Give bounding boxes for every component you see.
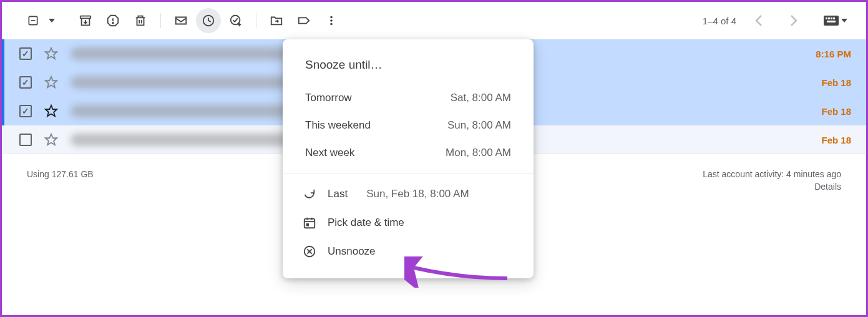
storage-text: Using 127.61 GB [27, 169, 94, 192]
snooze-last[interactable]: Last Sun, Feb 18, 8:00 AM [283, 180, 534, 208]
row-checkbox[interactable] [19, 47, 32, 60]
svg-point-4 [112, 22, 114, 24]
svg-rect-20 [306, 224, 308, 226]
snooze-option-label: This weekend [305, 119, 371, 132]
snooze-last-time: Sun, Feb 18, 8:00 AM [366, 188, 469, 200]
row-checkbox[interactable] [19, 105, 32, 117]
svg-point-9 [330, 23, 333, 26]
move-to-button[interactable] [264, 8, 289, 33]
svg-rect-15 [827, 21, 836, 22]
archive-button[interactable] [73, 8, 98, 33]
star-icon[interactable] [44, 76, 58, 89]
snooze-pick-datetime[interactable]: Pick date & time [283, 208, 534, 237]
snooze-option-nextweek[interactable]: Next week Mon, 8:00 AM [283, 139, 534, 167]
svg-point-7 [330, 16, 333, 19]
snooze-pick-label: Pick date & time [328, 217, 404, 229]
report-spam-button[interactable] [100, 8, 125, 33]
cancel-icon [303, 245, 316, 258]
svg-rect-1 [31, 20, 36, 21]
svg-rect-14 [833, 17, 835, 19]
snooze-option-label: Tomorrow [305, 92, 352, 104]
add-to-tasks-button[interactable] [223, 8, 248, 33]
snooze-popup: Snooze until… Tomorrow Sat, 8:00 AM This… [283, 39, 534, 278]
row-time: Feb 18 [807, 77, 851, 88]
row-time: Feb 18 [807, 135, 851, 145]
snooze-option-label: Next week [305, 147, 354, 159]
snooze-option-tomorrow[interactable]: Tomorrow Sat, 8:00 AM [283, 84, 534, 112]
snooze-unsnooze[interactable]: Unsnooze [283, 237, 534, 266]
snooze-option-weekend[interactable]: This weekend Sun, 8:00 AM [283, 112, 534, 139]
activity-text: Last account activity: 4 minutes ago [703, 169, 841, 179]
mark-unread-button[interactable] [168, 8, 193, 33]
snooze-title: Snooze until… [283, 52, 534, 84]
separator [256, 13, 256, 28]
snooze-option-time: Mon, 8:00 AM [446, 147, 511, 159]
row-time: 8:16 PM [807, 49, 851, 59]
next-page-button[interactable] [781, 8, 806, 33]
svg-rect-13 [831, 17, 832, 19]
row-checkbox[interactable] [19, 134, 32, 146]
star-icon[interactable] [44, 133, 58, 147]
select-checkbox[interactable] [21, 8, 46, 33]
toolbar: 1–4 of 4 [2, 2, 866, 39]
snooze-option-time: Sun, 8:00 AM [447, 119, 511, 132]
svg-point-6 [231, 16, 240, 25]
svg-point-8 [330, 19, 333, 22]
snooze-button[interactable] [196, 8, 221, 33]
prev-page-button[interactable] [746, 8, 771, 33]
pagination-text: 1–4 of 4 [703, 16, 736, 26]
snooze-option-time: Sat, 8:00 AM [451, 92, 511, 104]
svg-rect-12 [828, 17, 830, 19]
select-dropdown[interactable] [46, 8, 58, 33]
star-icon[interactable] [44, 104, 58, 118]
star-icon[interactable] [44, 47, 58, 61]
input-tools-button[interactable] [824, 16, 847, 26]
more-button[interactable] [319, 8, 344, 33]
row-checkbox[interactable] [19, 76, 32, 89]
labels-button[interactable] [291, 8, 316, 33]
details-link[interactable]: Details [703, 182, 841, 192]
delete-button[interactable] [128, 8, 153, 33]
refresh-icon [303, 187, 316, 201]
separator [283, 173, 534, 173]
svg-rect-2 [80, 16, 91, 19]
pagination: 1–4 of 4 [703, 8, 847, 33]
row-time: Feb 18 [807, 106, 851, 117]
snooze-unsnooze-label: Unsnooze [328, 245, 376, 258]
svg-rect-16 [305, 219, 315, 228]
snooze-last-label: Last [328, 188, 348, 200]
svg-rect-11 [826, 17, 827, 19]
calendar-icon [303, 216, 316, 230]
separator [160, 13, 161, 28]
